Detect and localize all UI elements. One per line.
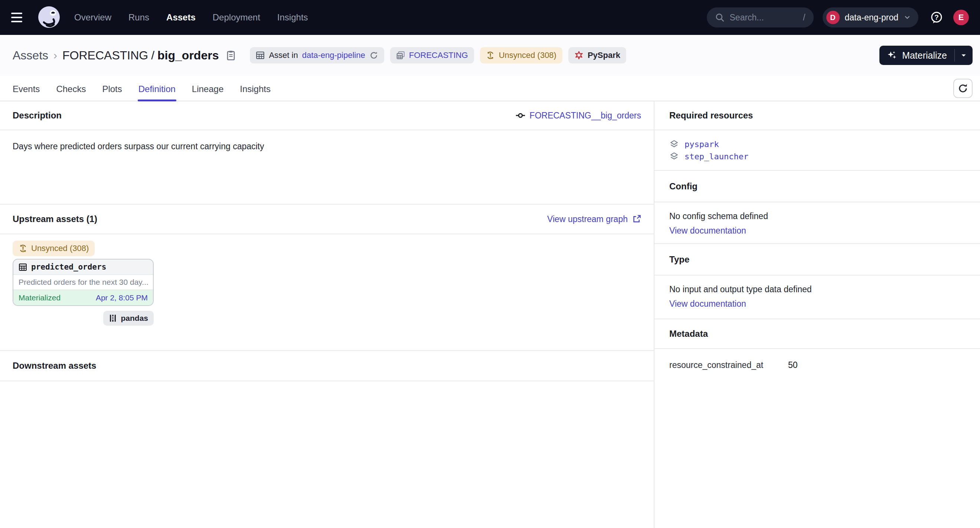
pandas-kind-label: pandas [121,314,148,323]
pipeline-link[interactable]: data-eng-pipeline [302,51,365,60]
upstream-sync-badge[interactable]: Unsynced (308) [13,241,95,256]
table-grid-icon [256,51,265,60]
asset-in-prefix: Asset in [269,51,298,60]
materialize-button[interactable]: Materialize [880,46,955,65]
refresh-icon[interactable] [369,51,378,60]
type-empty-message: No input and output type data defined [669,285,965,294]
chevron-down-icon [904,14,911,21]
config-empty-message: No config schema defined [669,211,965,221]
refresh-button[interactable] [953,79,972,98]
resource-name: pyspark [684,140,719,149]
user-avatar[interactable]: E [953,10,969,25]
tab-insights[interactable]: Insights [240,84,270,101]
search-box[interactable]: / [707,8,814,27]
tab-events[interactable]: Events [13,84,40,101]
asset-group-tag[interactable]: FORECASTING [390,47,474,64]
external-link-icon [632,215,641,224]
resource-link-pyspark[interactable]: pyspark [669,138,965,150]
search-input[interactable] [730,13,798,23]
materialize-split-button: Materialize [880,46,972,65]
dagster-logo[interactable] [37,5,62,30]
layers-icon [669,140,679,149]
job-link[interactable]: FORECASTING__big_orders [515,111,641,121]
breadcrumb-slash: / [151,49,154,62]
deployment-badge: D [826,11,840,24]
metadata-value: 50 [788,360,798,370]
search-shortcut-hint: / [803,13,805,23]
breadcrumb-group: FORECASTING [62,49,148,62]
asset-tabs: Events Checks Plots Definition Lineage I… [0,76,980,101]
asset-group-icon [396,51,405,60]
tab-lineage[interactable]: Lineage [192,84,223,101]
resource-name: step_launcher [684,152,748,161]
type-view-documentation-link[interactable]: View documentation [669,299,746,309]
nav-item-runs[interactable]: Runs [129,12,149,23]
hamburger-menu-icon[interactable] [11,8,29,26]
refresh-icon [958,83,968,94]
compute-kind-label: PySpark [588,51,620,60]
metadata-row: resource_constrained_at 50 [669,360,965,370]
commit-icon [515,111,525,120]
resource-link-step-launcher[interactable]: step_launcher [669,150,965,163]
breadcrumb-assets-link[interactable]: Assets [13,49,48,62]
group-tag-label: FORECASTING [409,51,468,60]
type-title: Type [654,244,980,275]
asset-in-pipeline-tag[interactable]: Asset in data-eng-pipeline [250,47,384,64]
metadata-key: resource_constrained_at [669,360,788,370]
search-icon [715,13,725,22]
layers-icon [669,152,679,162]
materialize-label: Materialize [902,50,947,61]
deployment-switcher[interactable]: D data-eng-prod [822,8,919,27]
page-title-asset-name: big_orders [158,49,219,62]
primary-nav: Overview Runs Assets Deployment Insights [74,12,308,23]
pandas-kind-tag[interactable]: pandas [103,311,154,326]
sync-alert-icon [486,51,495,60]
sparkles-icon [887,50,897,60]
spark-star-icon [574,51,584,60]
deployment-name: data-eng-prod [845,13,899,23]
required-resources-title: Required resources [654,101,980,130]
description-text: Days where predicted orders surpass our … [0,130,654,205]
nav-item-insights[interactable]: Insights [277,12,308,23]
materialize-dropdown-button[interactable] [955,46,972,65]
caret-down-icon [960,52,967,59]
materialized-status: Materialized [19,293,60,302]
nav-item-deployment[interactable]: Deployment [213,12,260,23]
metadata-title: Metadata [654,319,980,349]
nav-item-assets[interactable]: Assets [166,12,196,23]
description-title: Description [13,110,62,121]
upstream-asset-card[interactable]: predicted_orders Predicted orders for th… [13,259,154,306]
upstream-sync-badge-label: Unsynced (308) [31,243,89,253]
pandas-icon [109,314,117,322]
config-view-documentation-link[interactable]: View documentation [669,226,746,236]
config-title: Config [654,171,980,202]
tab-plots[interactable]: Plots [102,84,122,101]
top-nav: Overview Runs Assets Deployment Insights… [0,0,980,35]
tab-checks[interactable]: Checks [56,84,86,101]
upstream-asset-description: Predicted orders for the next 30 day... [13,275,153,290]
view-upstream-graph-label: View upstream graph [547,214,628,224]
compute-kind-tag[interactable]: PySpark [568,47,626,64]
view-upstream-graph-link[interactable]: View upstream graph [547,214,641,224]
asset-header: Assets › FORECASTING / big_orders Asset … [0,35,980,76]
downstream-title: Downstream assets [13,361,96,371]
sync-status-tag[interactable]: Unsynced (308) [480,47,562,64]
nav-item-overview[interactable]: Overview [74,12,111,23]
breadcrumb-separator: › [54,49,57,62]
sync-status-label: Unsynced (308) [499,51,557,60]
clipboard-icon[interactable] [225,50,237,61]
materialization-timestamp-link[interactable]: Apr 2, 8:05 PM [96,293,148,302]
svg-text:?: ? [934,13,939,21]
upstream-asset-name: predicted_orders [31,262,106,272]
tab-definition[interactable]: Definition [138,84,176,101]
help-icon[interactable]: ? [929,10,943,24]
sync-alert-icon [19,244,27,253]
upstream-title: Upstream assets (1) [13,214,97,224]
job-link-label: FORECASTING__big_orders [530,111,641,121]
table-grid-icon [19,263,27,272]
